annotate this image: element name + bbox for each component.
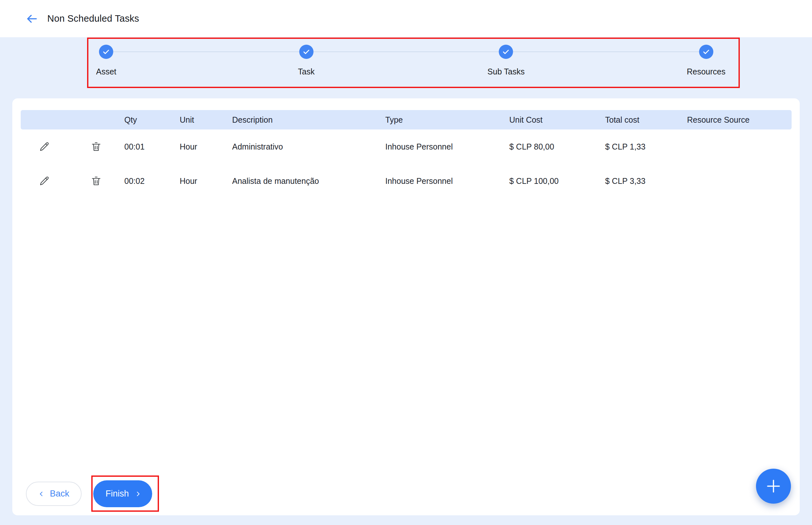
step-label: Sub Tasks: [488, 67, 525, 76]
delete-row-button[interactable]: [87, 172, 105, 190]
column-header-unit: Unit: [180, 110, 232, 130]
stepper-connector-line: [106, 51, 706, 52]
cell-total-cost: $ CLP 1,33: [605, 130, 687, 164]
finish-button[interactable]: Finish: [93, 480, 152, 507]
page-title: Non Scheduled Tasks: [47, 13, 139, 24]
cell-resource-source: [687, 130, 792, 164]
cell-description: Administrativo: [232, 130, 385, 164]
column-header-type: Type: [385, 110, 509, 130]
resources-table: Qty Unit Description Type Unit Cost Tota…: [21, 110, 792, 198]
edit-row-button[interactable]: [35, 138, 54, 156]
cell-unit-cost: $ CLP 80,00: [509, 130, 605, 164]
step-completed-check-icon: [699, 45, 713, 59]
pencil-icon: [39, 141, 50, 152]
chevron-right-icon: [135, 491, 141, 497]
content-card: Qty Unit Description Type Unit Cost Tota…: [12, 99, 800, 515]
column-header-qty: Qty: [124, 110, 180, 130]
column-header-resource-source: Resource Source: [687, 110, 792, 130]
add-resource-fab[interactable]: [756, 469, 791, 504]
cell-type: Inhouse Personnel: [385, 164, 509, 198]
cell-type: Inhouse Personnel: [385, 130, 509, 164]
step-asset[interactable]: Asset: [96, 45, 117, 76]
table-row: 00:01 Hour Administrativo Inhouse Person…: [21, 130, 792, 164]
stepper: Asset Task Sub Tasks Resources: [0, 37, 812, 88]
step-label: Resources: [687, 67, 726, 76]
cell-total-cost: $ CLP 3,33: [605, 164, 687, 198]
edit-row-button[interactable]: [35, 172, 54, 190]
finish-button-label: Finish: [105, 489, 129, 499]
back-button[interactable]: Back: [26, 482, 82, 506]
delete-row-button[interactable]: [87, 138, 105, 156]
step-task[interactable]: Task: [298, 45, 314, 76]
column-header-edit: [21, 110, 68, 130]
step-sub-tasks[interactable]: Sub Tasks: [488, 45, 525, 76]
step-completed-check-icon: [99, 45, 113, 59]
cell-unit: Hour: [180, 164, 232, 198]
column-header-unit-cost: Unit Cost: [509, 110, 605, 130]
cell-unit-cost: $ CLP 100,00: [509, 164, 605, 198]
step-label: Asset: [96, 67, 117, 76]
cell-qty: 00:01: [124, 130, 180, 164]
step-resources[interactable]: Resources: [687, 45, 726, 76]
trash-icon: [90, 175, 102, 187]
plus-icon: [765, 477, 782, 495]
cell-resource-source: [687, 164, 792, 198]
table-header-row: Qty Unit Description Type Unit Cost Tota…: [21, 110, 792, 130]
cell-unit: Hour: [180, 130, 232, 164]
back-button-label: Back: [50, 489, 69, 499]
trash-icon: [90, 141, 102, 152]
cell-description: Analista de manutenção: [232, 164, 385, 198]
pencil-icon: [39, 175, 50, 187]
column-header-delete: [68, 110, 124, 130]
step-label: Task: [298, 67, 314, 76]
back-arrow-icon[interactable]: [24, 11, 40, 27]
column-header-total-cost: Total cost: [605, 110, 687, 130]
step-completed-check-icon: [299, 45, 313, 59]
step-completed-check-icon: [499, 45, 513, 59]
cell-qty: 00:02: [124, 164, 180, 198]
top-bar: Non Scheduled Tasks: [0, 0, 812, 37]
chevron-left-icon: [38, 491, 45, 497]
column-header-description: Description: [232, 110, 385, 130]
table-row: 00:02 Hour Analista de manutenção Inhous…: [21, 164, 792, 198]
